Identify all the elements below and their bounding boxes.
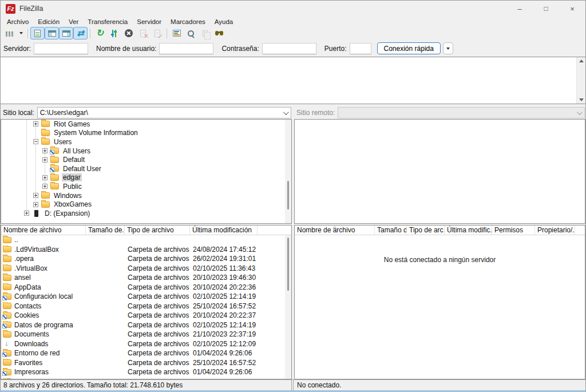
server-input[interactable] bbox=[34, 43, 88, 54]
quickconnect-dropdown-button[interactable] bbox=[443, 42, 453, 54]
column-header[interactable]: Nombre de archivo bbox=[295, 225, 375, 235]
minimize-button[interactable]: – bbox=[506, 1, 533, 17]
message-log-scrollbar[interactable] bbox=[576, 57, 585, 104]
column-header[interactable]: Tamaño de... bbox=[86, 225, 125, 235]
toolbar-button-icon[interactable] bbox=[2, 27, 17, 39]
file-name: Cookies bbox=[14, 311, 39, 319]
tree-node-icon bbox=[41, 121, 50, 127]
toolbar-button-icon[interactable] bbox=[45, 27, 59, 39]
file-type: Carpeta de archivos bbox=[125, 311, 190, 319]
toolbar-button-icon[interactable] bbox=[93, 27, 107, 39]
tree-expander-icon[interactable] bbox=[33, 121, 38, 126]
toolbar-button-icon[interactable] bbox=[107, 27, 121, 39]
menu-bar: Archivo Edición Ver Transferencia Servid… bbox=[1, 17, 585, 26]
column-header[interactable]: Propietario/... bbox=[535, 225, 575, 235]
menu-item[interactable]: Archivo bbox=[2, 18, 33, 26]
tree-item[interactable]: System Volume Information bbox=[1, 129, 291, 138]
file-row[interactable]: Downloads Carpeta de archivos 02/10/2025… bbox=[1, 339, 291, 349]
column-header[interactable]: Tamaño d... bbox=[375, 225, 407, 235]
file-name: Configuración local bbox=[14, 292, 73, 300]
quickconnect-button[interactable]: Conexión rápida bbox=[377, 42, 441, 54]
tree-item[interactable]: Default User bbox=[1, 164, 291, 173]
file-row[interactable]: Datos de programa Carpeta de archivos 02… bbox=[1, 320, 291, 330]
tree-expander-icon[interactable] bbox=[33, 193, 38, 198]
message-log bbox=[1, 57, 585, 104]
file-row[interactable]: .opera Carpeta de archivos 26/02/2024 19… bbox=[1, 254, 291, 264]
tree-node-icon bbox=[50, 165, 59, 172]
tree-item[interactable]: Default bbox=[1, 155, 291, 164]
toolbar-button-icon[interactable] bbox=[184, 27, 198, 39]
menu-item[interactable]: Marcadores bbox=[166, 18, 210, 26]
file-row[interactable]: .VirtualBox Carpeta de archivos 02/10/20… bbox=[1, 264, 291, 274]
toolbar-button-icon[interactable] bbox=[17, 27, 25, 39]
file-row[interactable]: Entorno de red Carpeta de archivos 01/04… bbox=[1, 349, 291, 358]
menu-item[interactable]: Edición bbox=[33, 18, 64, 26]
local-tree-scrollbar[interactable] bbox=[285, 120, 291, 223]
file-row[interactable]: AppData Carpeta de archivos 20/10/2024 2… bbox=[1, 283, 291, 292]
column-header[interactable]: Permisos bbox=[492, 225, 535, 235]
tree-item[interactable]: Users bbox=[1, 137, 291, 146]
file-modified: 25/10/2024 16:57:52 bbox=[190, 359, 291, 367]
scroll-up-icon[interactable] bbox=[579, 60, 584, 62]
file-row[interactable]: .. bbox=[1, 235, 291, 245]
file-row[interactable]: .Ld9VirtualBox Carpeta de archivos 24/08… bbox=[1, 245, 291, 255]
port-input[interactable] bbox=[350, 43, 371, 54]
column-header[interactable]: Tipo de arc... bbox=[407, 225, 445, 235]
tree-item[interactable]: D: (Expansion) bbox=[1, 209, 291, 218]
column-header[interactable]: Tipo de archivo bbox=[125, 225, 190, 235]
tree-node-icon bbox=[50, 183, 59, 189]
toolbar-button-icon[interactable] bbox=[150, 27, 164, 39]
file-row[interactable]: Contacts Carpeta de archivos 25/10/2024 … bbox=[1, 302, 291, 311]
tree-node-icon bbox=[41, 130, 50, 136]
file-name: Entorno de red bbox=[14, 349, 60, 357]
tree-item[interactable]: Public bbox=[1, 182, 291, 191]
file-type: Carpeta de archivos bbox=[125, 246, 190, 254]
menu-item[interactable]: Ayuda bbox=[210, 18, 237, 26]
close-button[interactable]: × bbox=[559, 1, 585, 17]
file-name: Documents bbox=[14, 330, 49, 338]
toolbar-button-icon[interactable] bbox=[169, 27, 184, 39]
toolbar-button-icon[interactable] bbox=[59, 27, 73, 39]
tree-expander-icon[interactable] bbox=[42, 175, 47, 180]
toolbar-button-icon[interactable] bbox=[198, 27, 212, 39]
local-list-scrollbar[interactable] bbox=[285, 235, 291, 379]
maximize-button[interactable]: □ bbox=[533, 1, 559, 17]
menu-item[interactable]: Servidor bbox=[132, 18, 166, 26]
menu-item[interactable]: Ver bbox=[64, 18, 83, 26]
toolbar-button-icon[interactable] bbox=[73, 27, 88, 39]
toolbar-button-icon[interactable] bbox=[121, 27, 136, 39]
file-row[interactable]: Favorites Carpeta de archivos 25/10/2024… bbox=[1, 358, 291, 368]
tree-expander-icon[interactable] bbox=[42, 157, 47, 163]
file-row[interactable]: Configuración local Carpeta de archivos … bbox=[1, 292, 291, 302]
column-header[interactable]: Última modificación bbox=[190, 225, 258, 235]
file-row[interactable] bbox=[1, 377, 291, 379]
tree-item[interactable]: Windows bbox=[1, 191, 291, 200]
file-modified: 20/10/2024 20:22:36 bbox=[190, 283, 291, 291]
scroll-down-icon[interactable] bbox=[579, 98, 584, 101]
tree-item[interactable]: All Users bbox=[1, 146, 291, 156]
tree-item[interactable]: Riot Games bbox=[1, 120, 291, 129]
tree-expander-icon[interactable] bbox=[33, 202, 38, 207]
toolbar-button-icon[interactable] bbox=[30, 27, 45, 39]
tree-expander-icon[interactable] bbox=[33, 139, 38, 144]
file-row[interactable]: ansel Carpeta de archivos 20/10/2023 19:… bbox=[1, 273, 291, 283]
file-row[interactable]: Impresoras Carpeta de archivos 01/04/202… bbox=[1, 367, 291, 377]
menu-item[interactable]: Transferencia bbox=[83, 18, 132, 26]
column-header[interactable]: Nombre de archivo bbox=[1, 225, 86, 235]
file-row[interactable]: Documents Carpeta de archivos 21/10/2023… bbox=[1, 330, 291, 339]
tree-item[interactable]: XboxGames bbox=[1, 200, 291, 209]
column-header[interactable]: Última modific... bbox=[445, 225, 492, 235]
password-input[interactable] bbox=[262, 43, 316, 54]
username-input[interactable] bbox=[159, 43, 213, 54]
file-type: Carpeta de archivos bbox=[125, 349, 190, 357]
tree-item-label: Default User bbox=[62, 165, 102, 173]
toolbar-button-icon[interactable] bbox=[212, 27, 227, 39]
tree-expander-icon[interactable] bbox=[42, 148, 47, 153]
local-path-combobox[interactable]: C:\Users\edgar\ bbox=[37, 107, 291, 118]
tree-expander-icon[interactable] bbox=[42, 184, 47, 189]
tree-item[interactable]: edgar bbox=[1, 173, 291, 183]
toolbar-button-icon[interactable] bbox=[136, 27, 150, 39]
tree-expander-icon[interactable] bbox=[24, 211, 29, 216]
file-row[interactable]: Cookies Carpeta de archivos 20/10/2024 2… bbox=[1, 311, 291, 320]
file-modified: 01/04/2024 9:26:06 bbox=[190, 349, 291, 357]
